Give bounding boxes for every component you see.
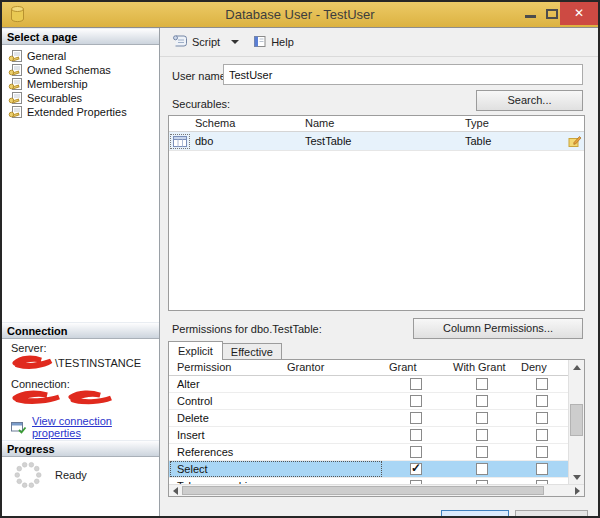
permission-name: Control <box>169 395 281 407</box>
sidebar-item-label: Securables <box>27 92 82 104</box>
permission-name: Select <box>169 463 281 475</box>
user-name-label: User name: <box>172 70 229 82</box>
redaction-scribble <box>11 355 55 371</box>
connection-header: Connection <box>2 322 159 339</box>
help-button[interactable]: Help <box>249 32 298 53</box>
connection-properties-icon <box>11 421 27 434</box>
with-grant-checkbox[interactable] <box>476 429 488 441</box>
page-key-icon <box>8 50 23 63</box>
page-key-icon <box>8 92 23 105</box>
grant-checkbox[interactable] <box>410 395 422 407</box>
tab-explicit[interactable]: Explicit <box>168 341 223 360</box>
progress-status: Ready <box>55 469 87 481</box>
minimize-button[interactable] <box>525 15 536 18</box>
sidebar-item-membership[interactable]: Membership <box>8 77 127 91</box>
cancel-button-partial[interactable] <box>515 510 588 516</box>
with-grant-checkbox[interactable] <box>476 446 488 458</box>
user-name-input[interactable] <box>223 64 583 85</box>
with-grant-checkbox[interactable] <box>476 395 488 407</box>
type-column-header: Type <box>461 116 568 131</box>
redaction-scribble <box>11 390 63 407</box>
securables-row[interactable]: dboTestTableTable <box>169 132 584 151</box>
horizontal-scrollbar[interactable] <box>169 484 584 496</box>
deny-checkbox[interactable] <box>536 412 548 424</box>
permission-row[interactable]: Alter <box>169 376 568 393</box>
grantor-column-header: Grantor <box>281 360 383 375</box>
script-button[interactable]: Script <box>168 31 224 53</box>
horizontal-scrollbar-thumb[interactable] <box>182 486 544 495</box>
securables-rows: dboTestTableTable <box>169 132 584 151</box>
vertical-scrollbar-thumb[interactable] <box>570 404 583 436</box>
with-grant-checkbox[interactable] <box>476 463 488 475</box>
grant-checkbox[interactable] <box>410 429 422 441</box>
permissions-table: Permission Grantor Grant With Grant Deny… <box>168 359 585 497</box>
deny-checkbox[interactable] <box>536 378 548 390</box>
permission-row[interactable]: Select <box>169 461 568 478</box>
schema-column-header: Schema <box>191 116 301 131</box>
window-title: Database User - TestUser <box>2 7 598 22</box>
help-icon <box>253 35 267 50</box>
sidebar-item-general[interactable]: General <box>8 49 127 63</box>
scroll-right-arrow-icon[interactable] <box>571 485 584 496</box>
sidebar-item-label: Extended Properties <box>27 106 127 118</box>
content-panel: Script Help User name: Securables: Searc… <box>160 28 598 516</box>
edit-permissions-icon[interactable] <box>568 135 584 148</box>
script-dropdown-caret[interactable] <box>231 40 239 44</box>
securables-table: Schema Name Type dboTestTableTable <box>168 115 585 311</box>
sidebar-item-label: Membership <box>27 78 88 90</box>
sidebar-item-extended-properties[interactable]: Extended Properties <box>8 105 127 119</box>
script-label: Script <box>192 36 220 48</box>
permission-name: Insert <box>169 429 281 441</box>
permission-name: Alter <box>169 378 281 390</box>
with-grant-checkbox[interactable] <box>476 378 488 390</box>
view-connection-properties-link[interactable]: View connection properties <box>32 415 155 439</box>
permission-name: References <box>169 446 281 458</box>
deny-checkbox[interactable] <box>536 429 548 441</box>
close-button[interactable]: ✕ <box>560 2 598 25</box>
connection-label: Connection: <box>11 378 155 390</box>
page-key-icon <box>8 64 23 77</box>
select-a-page-header: Select a page <box>2 28 159 45</box>
sidebar-item-label: Owned Schemas <box>27 64 111 76</box>
permission-row[interactable]: References <box>169 444 568 461</box>
maximize-button[interactable] <box>546 9 558 19</box>
permission-row[interactable]: Insert <box>169 427 568 444</box>
grant-checkbox[interactable] <box>410 412 422 424</box>
progress-spinner-icon <box>14 461 42 489</box>
page-key-icon <box>8 106 23 119</box>
grant-checkbox[interactable] <box>410 463 422 475</box>
grant-column-header: Grant <box>383 360 449 375</box>
sidebar: Select a page GeneralOwned SchemasMember… <box>2 28 160 516</box>
securable-type: Table <box>461 135 568 147</box>
scroll-down-arrow-icon[interactable] <box>569 470 584 484</box>
permission-row[interactable]: Delete <box>169 410 568 427</box>
sidebar-item-label: General <box>27 50 66 62</box>
ok-button-partial[interactable] <box>441 510 509 516</box>
deny-checkbox[interactable] <box>536 395 548 407</box>
page-tree: GeneralOwned SchemasMembershipSecurables… <box>8 49 127 119</box>
grant-checkbox[interactable] <box>410 446 422 458</box>
deny-checkbox[interactable] <box>536 463 548 475</box>
progress-section: Ready <box>14 461 87 489</box>
progress-header: Progress <box>2 440 159 457</box>
securable-schema: dbo <box>191 135 301 147</box>
tab-effective[interactable]: Effective <box>223 343 282 360</box>
vertical-scrollbar[interactable] <box>568 360 584 484</box>
redaction-scribble <box>67 390 115 407</box>
grant-checkbox[interactable] <box>410 378 422 390</box>
deny-checkbox[interactable] <box>536 446 548 458</box>
sidebar-item-owned-schemas[interactable]: Owned Schemas <box>8 63 127 77</box>
search-button[interactable]: Search... <box>476 90 583 111</box>
titlebar[interactable]: Database User - TestUser ✕ <box>2 2 598 28</box>
permission-column-header: Permission <box>169 360 281 375</box>
permission-row[interactable]: Control <box>169 393 568 410</box>
toolbar: Script Help <box>160 28 598 57</box>
help-label: Help <box>271 36 294 48</box>
table-icon <box>170 134 190 149</box>
scroll-up-arrow-icon[interactable] <box>569 360 584 374</box>
column-permissions-button[interactable]: Column Permissions... <box>413 318 583 339</box>
with-grant-checkbox[interactable] <box>476 412 488 424</box>
sidebar-item-securables[interactable]: Securables <box>8 91 127 105</box>
scroll-left-arrow-icon[interactable] <box>169 485 182 496</box>
permissions-table-header: Permission Grantor Grant With Grant Deny <box>169 360 584 376</box>
